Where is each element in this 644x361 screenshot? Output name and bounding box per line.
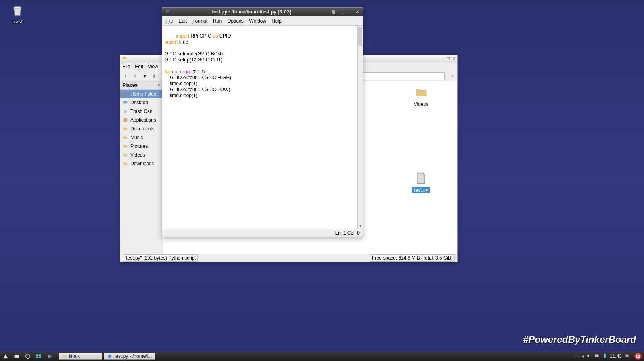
task-label: linaro bbox=[69, 353, 80, 359]
cpu-monitor-icon[interactable] bbox=[573, 353, 579, 360]
scroll-down-arrow[interactable]: ▾ bbox=[358, 223, 363, 229]
clock[interactable]: 11:43 bbox=[610, 353, 622, 359]
svg-point-0 bbox=[14, 6, 21, 8]
svg-rect-3 bbox=[123, 118, 127, 122]
notification-icon[interactable] bbox=[624, 353, 630, 360]
desktop-trash-icon[interactable]: Trash bbox=[10, 3, 25, 25]
ed-menubar: FileEditFormatRunOptionsWindowHelp bbox=[162, 16, 363, 26]
sidebar-item-home-folder[interactable]: Home Folder bbox=[120, 90, 163, 98]
minimize-button[interactable]: _ bbox=[441, 56, 444, 61]
sidebar-item-label: Trash Can bbox=[130, 109, 153, 114]
ed-title: test.py - /home/linaro/test.py (3.7.3) bbox=[171, 9, 332, 15]
show-desktop-button[interactable] bbox=[33, 351, 44, 361]
minimize-button[interactable]: _ bbox=[341, 9, 346, 15]
fm-sidebar: Places Home FolderDesktopTrash CanApplic… bbox=[120, 81, 163, 254]
file-label: test.py bbox=[412, 187, 429, 193]
sidebar-item-label: Music bbox=[130, 135, 143, 140]
taskbar-task-linaro[interactable]: linaro bbox=[59, 353, 102, 360]
desktop-trash-label: Trash bbox=[12, 19, 23, 25]
ed-menu-run[interactable]: Run bbox=[213, 18, 222, 24]
ed-menu-file[interactable]: File bbox=[165, 18, 173, 24]
ed-menu-edit[interactable]: Edit bbox=[178, 18, 187, 24]
svg-rect-11 bbox=[48, 355, 50, 358]
keep-above-icon[interactable]: ⎘ bbox=[332, 9, 335, 15]
ed-menu-help[interactable]: Help bbox=[272, 18, 282, 24]
folder-icon bbox=[122, 55, 127, 62]
sidebar-item-label: Applications bbox=[130, 117, 156, 123]
nav-forward-button[interactable] bbox=[131, 72, 139, 80]
scroll-thumb[interactable] bbox=[358, 27, 362, 46]
maximize-button[interactable]: □ bbox=[447, 56, 450, 61]
browser-launcher[interactable] bbox=[22, 351, 33, 361]
fm-status-right: Free space: 614.6 MiB (Total: 3.5 GiB) bbox=[370, 254, 455, 262]
sidebar-item-label: Videos bbox=[130, 152, 145, 158]
fm-statusbar: "test.py" (202 bytes) Python script Free… bbox=[120, 254, 457, 262]
ed-menu-window[interactable]: Window bbox=[249, 18, 266, 24]
go-button[interactable] bbox=[448, 72, 456, 80]
svg-rect-2 bbox=[125, 104, 126, 104]
ed-menu-options[interactable]: Options bbox=[227, 18, 243, 24]
ed-menu-format[interactable]: Format bbox=[192, 18, 207, 24]
ed-statusbar: Ln: 1 Col: 0 bbox=[162, 229, 363, 237]
svg-point-4 bbox=[167, 10, 167, 10]
sidebar-item-downloads[interactable]: Downloads bbox=[120, 159, 163, 168]
nav-dropdown[interactable]: ▾ bbox=[141, 72, 149, 80]
svg-rect-7 bbox=[36, 354, 38, 356]
close-button[interactable]: × bbox=[453, 56, 456, 61]
workspace-switcher[interactable] bbox=[44, 351, 56, 361]
vertical-scrollbar[interactable]: ▴ ▾ bbox=[357, 26, 363, 229]
svg-rect-10 bbox=[39, 357, 41, 358]
trash-icon bbox=[10, 3, 25, 17]
volume-icon[interactable] bbox=[586, 353, 592, 360]
task-label: test.py - /home/l... bbox=[114, 353, 152, 359]
file-item-Videos[interactable]: Videos bbox=[409, 85, 433, 107]
sidebar-item-videos[interactable]: Videos bbox=[120, 151, 163, 159]
app-menu-button[interactable] bbox=[0, 351, 11, 361]
sidebar-heading-places[interactable]: Places bbox=[120, 81, 163, 90]
svg-rect-16 bbox=[626, 354, 629, 357]
sidebar-item-label: Home Folder bbox=[130, 91, 158, 97]
close-button[interactable]: × bbox=[355, 9, 360, 15]
tray-arrow-icon[interactable]: ◂ bbox=[581, 353, 584, 359]
code-editor[interactable]: import RPi.GPIO as GPIO import time GPIO… bbox=[162, 26, 363, 229]
nav-up-button[interactable] bbox=[150, 72, 158, 80]
file-label: Videos bbox=[412, 101, 430, 107]
svg-rect-14 bbox=[574, 355, 578, 357]
idle-editor-window: test.py - /home/linaro/test.py (3.7.3) ⎘… bbox=[162, 7, 363, 237]
cursor-position: Ln: 1 Col: 0 bbox=[335, 230, 360, 236]
sidebar-item-label: Downloads bbox=[130, 161, 154, 166]
system-tray: ◂ 11:43 ⏻ bbox=[571, 353, 644, 360]
watermark-text: #PoweredByTinkerBoard bbox=[523, 334, 636, 345]
taskbar: linarotest.py - /home/l... ◂ 11:43 ⏻ bbox=[0, 351, 644, 361]
taskbar-task-test-py-home-l-[interactable]: test.py - /home/l... bbox=[104, 353, 155, 360]
sidebar-item-label: Documents bbox=[130, 126, 155, 132]
sidebar-item-pictures[interactable]: Pictures bbox=[120, 142, 163, 151]
file-item-test-py[interactable]: test.py bbox=[409, 171, 433, 193]
power-button[interactable]: ⏻ bbox=[634, 353, 642, 360]
sidebar-item-music[interactable]: Music bbox=[120, 133, 163, 142]
fm-window-controls: _ □ × bbox=[441, 56, 456, 61]
svg-rect-8 bbox=[39, 354, 41, 356]
fm-menu-view[interactable]: View bbox=[148, 64, 158, 69]
nav-back-button[interactable] bbox=[122, 72, 130, 80]
svg-rect-9 bbox=[36, 357, 38, 358]
sidebar-item-desktop[interactable]: Desktop bbox=[120, 98, 163, 107]
svg-rect-5 bbox=[15, 355, 19, 358]
svg-rect-12 bbox=[50, 355, 52, 358]
fm-menu-edit[interactable]: Edit bbox=[135, 64, 143, 69]
svg-point-6 bbox=[26, 354, 30, 359]
file-manager-launcher[interactable] bbox=[11, 351, 22, 361]
display-icon[interactable] bbox=[594, 353, 600, 360]
sidebar-item-documents[interactable]: Documents bbox=[120, 124, 163, 133]
svg-rect-15 bbox=[595, 354, 598, 357]
maximize-button[interactable]: □ bbox=[348, 9, 353, 15]
fm-menu-file[interactable]: File bbox=[123, 64, 130, 69]
sidebar-item-label: Pictures bbox=[130, 143, 148, 149]
fm-status-left: "test.py" (202 bytes) Python script bbox=[123, 254, 198, 262]
sidebar-item-applications[interactable]: Applications bbox=[120, 116, 163, 124]
ed-titlebar[interactable]: test.py - /home/linaro/test.py (3.7.3) ⎘… bbox=[162, 8, 363, 16]
sidebar-item-trash-can[interactable]: Trash Can bbox=[120, 107, 163, 116]
svg-rect-1 bbox=[123, 101, 128, 103]
python-icon bbox=[165, 9, 171, 15]
bluetooth-icon[interactable] bbox=[602, 353, 608, 360]
